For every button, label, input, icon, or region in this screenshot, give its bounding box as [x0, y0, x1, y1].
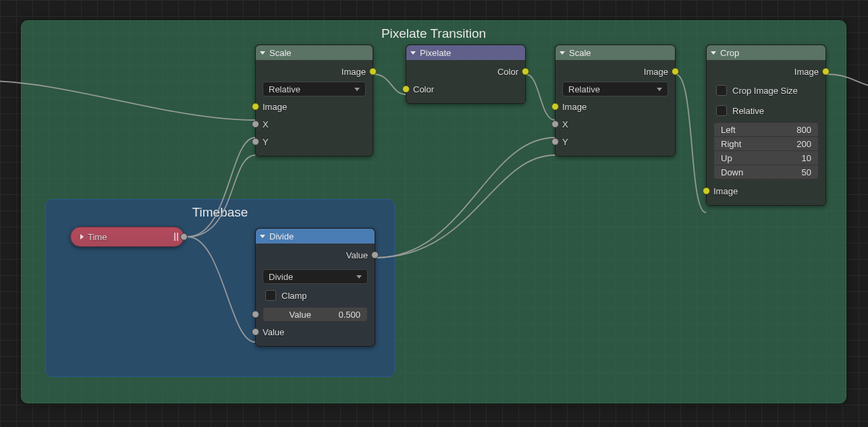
node-title: Divide	[269, 231, 294, 241]
socket-in-color[interactable]	[402, 86, 410, 93]
crop-left-field[interactable]: Left 800	[713, 122, 819, 137]
node-crop[interactable]: Crop Image Crop Image Size Relative Left…	[706, 45, 826, 206]
socket-out-image[interactable]	[369, 68, 377, 76]
node-title: Scale	[569, 48, 591, 58]
node-title: Crop	[720, 48, 739, 58]
dropdown-value: Relative	[269, 84, 300, 94]
node-title: Pixelate	[420, 48, 451, 58]
socket-out-color[interactable]	[522, 68, 529, 76]
output-label: Color	[497, 67, 518, 77]
socket-in-image[interactable]	[551, 103, 559, 111]
chevron-down-icon	[657, 88, 662, 91]
socket-in-value-b[interactable]	[252, 329, 259, 336]
socket-out-value[interactable]	[371, 252, 379, 259]
node-divide[interactable]: Divide Value Divide Clamp Value 0.500 Va…	[255, 228, 375, 347]
crop-right-field[interactable]: Right 200	[713, 136, 819, 151]
input-label: Y	[562, 137, 568, 147]
field-label: Value	[266, 310, 334, 320]
input-label: Color	[413, 84, 434, 94]
collapse-toggle-icon[interactable]	[260, 51, 265, 55]
field-label: Right	[721, 139, 741, 149]
drag-handle-icon[interactable]	[174, 233, 178, 241]
socket-in-x[interactable]	[551, 121, 559, 128]
relative-checkbox[interactable]	[716, 105, 727, 116]
crop-down-field[interactable]: Down 50	[713, 165, 819, 179]
node-scale-2[interactable]: Scale Image Relative Image X Y	[555, 45, 676, 156]
value-a-field[interactable]: Value 0.500	[263, 307, 368, 322]
node-pixelate[interactable]: Pixelate Color Color	[406, 45, 526, 104]
node-header[interactable]: Scale	[555, 45, 675, 60]
output-label: Image	[644, 67, 668, 77]
checkbox-label: Crop Image Size	[732, 86, 798, 96]
socket-in-y[interactable]	[252, 138, 259, 146]
input-label: Value	[263, 327, 284, 337]
input-label: Image	[562, 102, 587, 112]
node-title: Time	[88, 232, 107, 242]
input-label: Y	[263, 137, 269, 147]
collapse-toggle-icon[interactable]	[560, 51, 565, 55]
socket-out-image[interactable]	[672, 68, 679, 76]
socket-in-x[interactable]	[252, 121, 259, 128]
input-label: Image	[263, 102, 287, 112]
output-label: Value	[346, 250, 368, 260]
collapse-toggle-icon[interactable]	[260, 235, 265, 238]
node-time[interactable]: Time	[70, 227, 184, 247]
input-label: X	[263, 119, 269, 130]
collapse-toggle-icon[interactable]	[80, 234, 84, 239]
field-value: 50	[802, 167, 811, 177]
input-label: X	[562, 119, 568, 130]
socket-out-image[interactable]	[822, 68, 830, 76]
field-label: Down	[721, 167, 743, 177]
operation-dropdown[interactable]: Divide	[263, 269, 368, 284]
checkbox-label: Relative	[732, 106, 764, 116]
node-header[interactable]: Divide	[256, 229, 375, 244]
crop-image-size-checkbox[interactable]	[716, 85, 727, 96]
dropdown-value: Divide	[269, 272, 293, 282]
socket-in-value-a[interactable]	[252, 311, 259, 318]
dropdown-value: Relative	[568, 84, 600, 94]
node-header[interactable]: Crop	[707, 45, 825, 60]
field-value: 10	[802, 153, 811, 163]
node-header[interactable]: Scale	[256, 45, 373, 60]
collapse-toggle-icon[interactable]	[410, 51, 416, 55]
socket-in-image[interactable]	[252, 103, 259, 111]
field-label: Up	[721, 153, 732, 163]
field-value: 800	[796, 125, 811, 135]
field-value: 200	[796, 139, 811, 149]
scale-mode-dropdown[interactable]: Relative	[263, 82, 366, 96]
chevron-down-icon	[356, 275, 362, 279]
field-value: 0.500	[338, 310, 360, 320]
socket-out-value[interactable]	[180, 233, 188, 241]
crop-up-field[interactable]: Up 10	[713, 150, 819, 165]
clamp-checkbox[interactable]	[265, 290, 276, 301]
output-label: Image	[342, 67, 366, 77]
node-title: Scale	[269, 48, 292, 58]
scale-mode-dropdown[interactable]: Relative	[562, 82, 668, 96]
checkbox-label: Clamp	[281, 291, 307, 301]
chevron-down-icon	[354, 88, 360, 91]
node-header[interactable]: Pixelate	[406, 45, 525, 60]
socket-in-image[interactable]	[703, 188, 710, 195]
output-label: Image	[794, 67, 819, 77]
node-scale-1[interactable]: Scale Image Relative Image X Y	[255, 45, 373, 156]
collapse-toggle-icon[interactable]	[711, 51, 716, 55]
input-label: Image	[713, 186, 738, 196]
socket-in-y[interactable]	[551, 138, 559, 146]
field-label: Left	[721, 125, 736, 135]
